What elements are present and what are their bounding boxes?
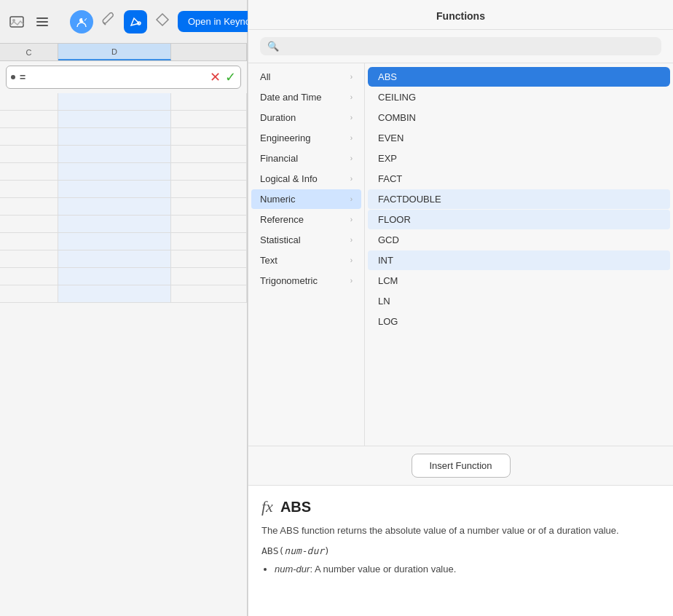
table-row xyxy=(0,163,247,181)
cell-c8[interactable] xyxy=(0,216,58,232)
category-item-statistical[interactable]: Statistical› xyxy=(251,230,361,250)
cell-c10[interactable] xyxy=(0,250,58,267)
cell-rest8[interactable] xyxy=(171,216,247,232)
search-input[interactable] xyxy=(283,41,654,52)
cell-c4[interactable] xyxy=(0,146,58,162)
cell-rest5[interactable] xyxy=(171,163,247,180)
cell-d10[interactable] xyxy=(58,250,171,267)
grid-rows xyxy=(0,93,247,303)
table-row xyxy=(0,181,247,198)
cell-d6[interactable] xyxy=(58,181,171,197)
function-label: INT xyxy=(378,255,393,266)
cell-rest11[interactable] xyxy=(171,268,247,285)
search-bar: 🔍 xyxy=(260,37,661,55)
function-label: ABS xyxy=(378,71,397,82)
function-description-text: The ABS function returns the absolute va… xyxy=(261,524,660,538)
svg-text:✓: ✓ xyxy=(84,17,87,22)
cell-c6[interactable] xyxy=(0,181,58,197)
category-item-logical-info[interactable]: Logical & Info› xyxy=(251,169,361,189)
formula-confirm-button[interactable]: ✓ xyxy=(225,69,236,85)
category-label: All xyxy=(260,71,270,82)
category-item-trigonometric[interactable]: Trigonometric› xyxy=(251,271,361,291)
cell-d11[interactable] xyxy=(58,268,171,285)
cell-rest7[interactable] xyxy=(171,198,247,215)
cell-d3[interactable] xyxy=(58,128,171,145)
list-icon[interactable] xyxy=(35,12,50,32)
function-name: ABS xyxy=(280,499,311,516)
formula-cancel-button[interactable]: ✕ xyxy=(210,69,221,85)
function-item-lcm[interactable]: LCM xyxy=(368,271,670,291)
category-label: Duration xyxy=(260,112,296,123)
function-label: GCD xyxy=(378,234,399,245)
cell-d12[interactable] xyxy=(58,285,171,302)
category-item-date-time[interactable]: Date and Time› xyxy=(251,87,361,107)
function-item-abs[interactable]: ABS xyxy=(368,67,670,87)
chevron-right-icon: › xyxy=(350,175,353,183)
categories-list: All›Date and Time›Duration›Engineering›F… xyxy=(248,63,365,446)
function-label: EVEN xyxy=(378,133,404,143)
category-label: Logical & Info xyxy=(260,173,318,184)
function-item-fact[interactable]: FACT xyxy=(368,169,670,189)
function-item-combin[interactable]: COMBIN xyxy=(368,108,670,127)
cell-c5[interactable] xyxy=(0,163,58,180)
chevron-right-icon: › xyxy=(350,73,353,81)
cell-d1[interactable] xyxy=(58,93,171,110)
function-item-ceiling[interactable]: CEILING xyxy=(368,87,670,107)
category-label: Financial xyxy=(260,153,298,164)
formula-bar: = ✕ ✓ xyxy=(6,66,241,89)
cell-rest4[interactable] xyxy=(171,146,247,162)
chevron-right-icon: › xyxy=(350,134,353,142)
category-item-duration[interactable]: Duration› xyxy=(251,108,361,127)
cell-c11[interactable] xyxy=(0,268,58,285)
cell-d4[interactable] xyxy=(58,146,171,162)
function-item-even[interactable]: EVEN xyxy=(368,128,670,148)
cell-rest12[interactable] xyxy=(171,285,247,302)
cell-d9[interactable] xyxy=(58,233,171,250)
cell-rest9[interactable] xyxy=(171,233,247,250)
cell-d7[interactable] xyxy=(58,198,171,215)
insert-function-button[interactable]: Insert Function xyxy=(412,454,511,478)
cell-d5[interactable] xyxy=(58,163,171,180)
cell-rest1[interactable] xyxy=(171,93,247,110)
image-icon[interactable] xyxy=(9,12,25,32)
category-item-text[interactable]: Text› xyxy=(251,250,361,270)
cell-d8[interactable] xyxy=(58,216,171,232)
cell-rest6[interactable] xyxy=(171,181,247,197)
cell-c7[interactable] xyxy=(0,198,58,215)
wrench-icon[interactable] xyxy=(101,12,117,31)
function-label: LOG xyxy=(378,316,398,327)
function-syntax: ABS(num-dur) xyxy=(261,545,660,556)
cell-rest3[interactable] xyxy=(171,128,247,145)
category-item-numeric[interactable]: Numeric› xyxy=(251,189,361,209)
cell-c9[interactable] xyxy=(0,233,58,250)
function-item-exp[interactable]: EXP xyxy=(368,149,670,168)
category-item-reference[interactable]: Reference› xyxy=(251,210,361,229)
cell-c12[interactable] xyxy=(0,285,58,302)
formula-input[interactable] xyxy=(30,72,205,83)
cell-c2[interactable] xyxy=(0,111,58,127)
category-item-all[interactable]: All› xyxy=(251,67,361,87)
function-item-factdouble[interactable]: FACTDOUBLE xyxy=(368,189,670,209)
function-item-int[interactable]: INT xyxy=(368,250,670,270)
category-label: Statistical xyxy=(260,234,301,245)
pen-icon[interactable] xyxy=(124,10,147,33)
col-header-rest xyxy=(171,44,247,60)
cell-d2[interactable] xyxy=(58,111,171,127)
cell-rest2[interactable] xyxy=(171,111,247,127)
function-item-ln[interactable]: LN xyxy=(368,291,670,311)
function-label: EXP xyxy=(378,153,397,164)
panel-title: Functions xyxy=(248,0,673,30)
function-item-floor[interactable]: FLOOR xyxy=(368,210,670,229)
function-item-log[interactable]: LOG xyxy=(368,312,670,331)
svg-rect-3 xyxy=(36,21,48,23)
category-item-engineering[interactable]: Engineering› xyxy=(251,128,361,148)
diamond-icon[interactable] xyxy=(154,12,170,31)
cell-rest10[interactable] xyxy=(171,250,247,267)
category-item-financial[interactable]: Financial› xyxy=(251,149,361,168)
function-description: fx ABS The ABS function returns the abso… xyxy=(248,485,673,616)
table-row xyxy=(0,216,247,233)
main-container: ✓ xyxy=(0,0,673,616)
cell-c3[interactable] xyxy=(0,128,58,145)
function-item-gcd[interactable]: GCD xyxy=(368,230,670,250)
cell-c1[interactable] xyxy=(0,93,58,110)
